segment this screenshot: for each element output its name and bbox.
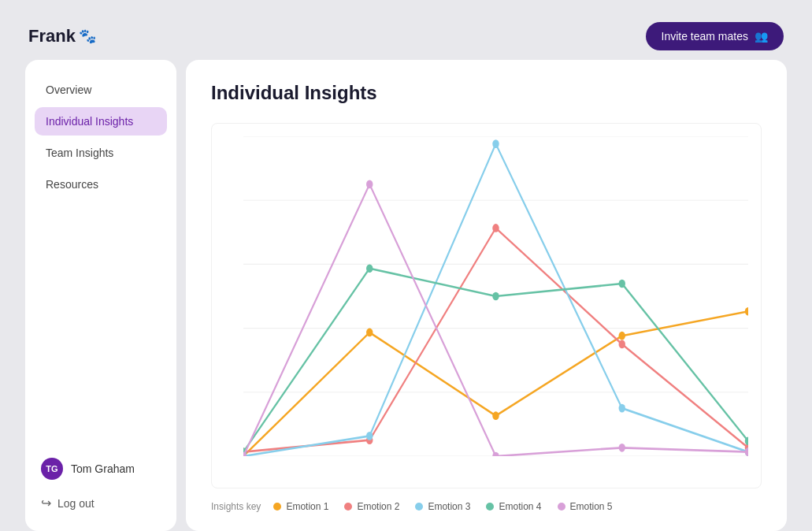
sidebar-item-overview[interactable]: Overview [35,76,167,104]
svg-point-32 [366,180,373,189]
logo: Frank 🐾 [28,26,96,46]
sidebar-footer: TG Tom Graham ↪ Log out [35,453,167,515]
logout-label: Log out [57,497,95,510]
svg-point-24 [619,404,625,413]
legend-item-emotion2: Emotion 2 [344,501,399,512]
svg-point-23 [492,139,499,148]
legend-item-emotion3: Emotion 3 [415,501,470,512]
legend-items: Emotion 1 Emotion 2 Emotion 3 Emotion 4 [273,501,612,512]
user-name: Tom Graham [71,462,135,475]
nav-items: Overview Individual Insights Team Insigh… [35,76,167,199]
content-panel: Individual Insights 0 20 40 60 80 [186,60,787,531]
logo-icon: 🐾 [79,28,96,45]
app-container: Frank 🐾 Invite team mates 👥 Overview Ind… [13,13,799,531]
svg-point-28 [492,292,499,301]
emotion2-dot [344,503,352,511]
chart-legend: Insights key Emotion 1 Emotion 2 Emotion… [211,501,762,512]
sidebar-item-team-insights[interactable]: Team Insights [35,139,167,167]
avatar: TG [41,458,63,480]
avatar-initials: TG [46,464,57,473]
main-layout: Overview Individual Insights Team Insigh… [13,60,799,531]
svg-point-15 [745,307,748,316]
svg-point-29 [619,280,625,288]
emotion5-label: Emotion 5 [570,501,613,512]
logo-text: Frank [28,26,76,46]
emotion1-dot [273,503,281,511]
user-row: TG Tom Graham [35,453,167,485]
invite-button-label: Invite team mates [662,30,749,43]
logout-row[interactable]: ↪ Log out [35,491,167,515]
svg-point-14 [619,332,625,340]
sidebar-item-individual-insights[interactable]: Individual Insights [35,107,167,136]
logout-icon: ↪ [41,496,51,511]
svg-point-13 [492,411,499,420]
svg-point-22 [366,432,373,440]
person-icon: 👥 [755,30,768,43]
page-title: Individual Insights [211,82,762,104]
invite-button[interactable]: Invite team mates 👥 [646,22,784,50]
chart-area: 0 20 40 60 80 [211,123,762,488]
legend-title: Insights key [211,501,261,512]
legend-item-emotion5: Emotion 5 [558,501,613,512]
emotion1-label: Emotion 1 [286,501,328,512]
emotion5-dot [558,503,565,511]
legend-item-emotion4: Emotion 4 [486,501,541,512]
svg-point-27 [366,264,373,273]
emotion2-label: Emotion 2 [357,501,399,512]
sidebar: Overview Individual Insights Team Insigh… [25,60,176,531]
svg-point-34 [619,444,625,452]
emotion4-label: Emotion 4 [499,501,541,512]
emotion3-label: Emotion 3 [428,501,470,512]
legend-item-emotion1: Emotion 1 [273,501,328,512]
chart-svg: 0 20 40 60 80 [243,136,748,456]
sidebar-item-resources[interactable]: Resources [35,170,167,199]
header: Frank 🐾 Invite team mates 👥 [13,13,799,60]
emotion4-dot [486,503,494,511]
svg-point-12 [366,329,373,337]
emotion3-dot [415,503,423,511]
svg-point-18 [492,224,499,232]
svg-point-19 [619,340,625,349]
